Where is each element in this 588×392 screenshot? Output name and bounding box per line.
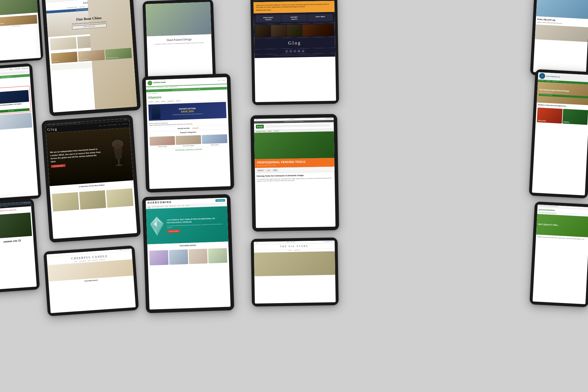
screen-glug-dark-top: DOM, PUTNEY "BRILLIANTLY EFFICIENT SERVI… <box>253 0 336 102</box>
cooks-tractor-item-1[interactable]: TRACTORS <box>537 108 563 124</box>
nuffield-partial-fav[interactable]: Favourites <box>15 68 20 70</box>
nuffield-tab-supplements[interactable]: Supplements <box>167 100 174 102</box>
screen-grass-seed: We only combine to stock unique and perf… <box>532 205 588 304</box>
screen-glug-wine-full: FREE UK DELIVERY* on all deliveries over… <box>45 119 137 239</box>
figstore-nav-contact[interactable]: CONTACT US <box>294 250 300 251</box>
nuffield-nav-vitamins[interactable]: Vitamins <box>165 87 169 88</box>
overcome-find-out-btn[interactable]: FIND OUT MORE <box>167 230 180 233</box>
hand-painted-hero <box>146 2 211 36</box>
content-abbott: FREE UK POSTAGE ON ORDERS OVER £50 Abbot… <box>45 0 137 112</box>
overcome-nav-help[interactable]: HELP FOR MENTAL HEALTH <box>152 206 163 208</box>
overcome-nav-reading[interactable]: READING WELL <box>170 206 176 207</box>
overcome-nav-blog[interactable]: BLOG <box>182 205 184 207</box>
nuffield-nav-fitness[interactable]: Fitness Equipment <box>156 87 164 89</box>
nuffield-logo-group: 🌿 Nuffield Health <box>148 80 166 86</box>
overcome-subscribe-btn[interactable]: SUBSCRIBE <box>215 199 225 202</box>
overcome-nav-apps[interactable]: APPS <box>178 206 180 207</box>
glug-menu-about[interactable]: ABOUT US & EVENTS <box>108 124 117 126</box>
nuffield-cat-womens[interactable]: Women's Health <box>149 136 175 148</box>
content-overcoming: OVERCOMING SUBSCRIBE HOME HELP FOR MENTA… <box>146 198 231 309</box>
nuffield-cat-bone[interactable]: Bone & Joint Support <box>176 135 201 147</box>
figstore-signin[interactable]: Sign in <box>255 242 258 243</box>
glug-product-1 <box>52 192 79 211</box>
candle-account[interactable]: MY ACCOUNT <box>124 249 130 251</box>
nuffield-partial-basket[interactable]: 🛒 <box>27 71 29 73</box>
nuffield-nav-covid[interactable]: COVID-19 Support <box>148 87 155 89</box>
candle-nav-shop[interactable]: SHOP CANDLES <box>79 261 86 262</box>
glug-cat-gelato[interactable]: HACKNEYGELATO <box>281 14 307 22</box>
candle-nav-trade[interactable]: TRADE <box>88 260 91 262</box>
glug-photo-3 <box>287 25 302 37</box>
nuffield-header-basket[interactable]: Basket <box>223 80 225 81</box>
kuk-nav-tools[interactable]: FENCER'S TOOLS <box>256 131 266 132</box>
figstore-register[interactable]: Register - My Account <box>286 242 295 243</box>
overcome-nav-books[interactable]: BOOKS <box>165 206 168 207</box>
glug-youtube-icon[interactable]: y <box>302 49 305 52</box>
overcome-book-2 <box>169 249 188 265</box>
abbott-menu-textiles[interactable]: TEXTILES <box>79 6 85 8</box>
nuffield-partial-account[interactable]: My Account <box>22 67 28 69</box>
fencers-nav-contact[interactable]: CONTACT <box>4 206 8 208</box>
abbott-inspired-3[interactable]: New Garden Designs <box>105 48 132 60</box>
kuk-myaccount[interactable]: My Account <box>290 119 294 120</box>
overcome-nav-contact[interactable]: CONTACT <box>186 205 190 206</box>
nuffield-partial-filter-label: Sort by: Default view <box>0 78 29 82</box>
candle-nav-story[interactable]: OUR STORY <box>92 260 98 261</box>
nuffield-nav-weight[interactable]: Weight Management <box>170 86 178 88</box>
content-nuffield-vitamins: 🌿 Nuffield Health Sign In Basket COVID-1… <box>146 77 231 189</box>
glug-facebook-icon[interactable]: f <box>285 50 288 53</box>
abbott-menu-china[interactable]: FINE BONE CHINA <box>67 6 77 9</box>
svg-point-2 <box>116 164 123 166</box>
nuffield-cat-sleep-label: Sleep & Stress <box>202 144 227 146</box>
kuk-desc: Fencing Tools for Contractor & Domestic … <box>255 172 335 184</box>
nuffield-tab-shopall[interactable]: Shop All <box>176 100 181 101</box>
cooks-nav-equip[interactable]: EQUIPMENT <box>545 81 551 82</box>
glug-pinterest-icon[interactable]: p <box>298 50 300 53</box>
kuk-nav-about[interactable]: ABOUT <box>268 130 272 132</box>
glug-wine-glass-decoration <box>110 139 127 170</box>
glug-instagram-icon[interactable]: i <box>293 50 296 53</box>
cooks-nav-machinery[interactable]: MACHINERY <box>539 80 544 82</box>
glug-twitter-icon[interactable]: t <box>289 50 292 53</box>
nuffield-tab-minerals[interactable]: Minerals <box>161 100 166 102</box>
glug-cat-beer[interactable]: CRAFT BEER <box>308 14 333 22</box>
content-kuk-fencing: Sign In My Account Basket (0) £0.00 DELI… <box>254 118 335 228</box>
fencers-basket[interactable]: Basket (0) £0.00 <box>23 202 30 204</box>
candle-signin[interactable]: SIGN IN <box>120 250 123 251</box>
abbott-inspired-2[interactable]: New Collections <box>78 50 105 62</box>
figstore-nav-shop[interactable]: SHOP <box>289 250 291 251</box>
overcome-book-1 <box>149 250 168 266</box>
overcome-books-row <box>147 247 229 267</box>
glug-explore-btn[interactable]: EXPLORE WINES <box>51 164 66 168</box>
candle-nav-contact[interactable]: CONTACT US <box>99 259 105 261</box>
kuk-search-bar[interactable] <box>265 124 330 128</box>
nuffield-tab-condition[interactable]: Condition <box>148 101 153 103</box>
kuk-basket[interactable]: Basket (0) £0.00 <box>325 118 332 119</box>
overcome-nav-home[interactable]: HOME <box>148 206 150 208</box>
screen-nuffield-partial: Sign In Favourites My Account 🌿 🛒 S & Re… <box>0 66 38 198</box>
nuffield-brand-nutri: nutrigold <box>192 127 198 129</box>
figstore-basket[interactable]: Shopping Basket - £0.00 <box>323 241 333 242</box>
glug-sign-in[interactable]: SIGN IN <box>124 119 127 121</box>
nuffield-cat-sleep[interactable]: Sleep & Stress <box>202 134 227 146</box>
kuk-signin[interactable]: Sign In <box>256 119 258 121</box>
glug-photo-1 <box>255 25 270 37</box>
nuffield-header-signin[interactable]: Sign In <box>218 80 220 81</box>
glug-menu-shop[interactable]: SHOP <box>103 125 106 126</box>
nuffield-tab-vitamins[interactable]: Vitamins <box>155 101 159 102</box>
cooks-hero: The Kubota Agricultural Range A new stan… <box>537 82 588 105</box>
glug-menu-faq[interactable]: FAQ <box>118 124 120 125</box>
cooks-tractor-item-2[interactable]: GROUN... <box>562 109 588 125</box>
nuffield-partial-signin[interactable]: Sign In <box>9 68 13 70</box>
device-abbott: FREE UK POSTAGE ON ORDERS OVER £50 Abbot… <box>41 0 141 116</box>
screen-nuffield-vitamins: 🌿 Nuffield Health Sign In Basket COVID-1… <box>146 77 231 189</box>
glug-cat-tickets[interactable]: BOOK EVENTTICKETS <box>255 15 281 23</box>
glug-menu-contact[interactable]: CONTACT US <box>122 124 128 125</box>
fencers-nav-about[interactable]: ABOUT <box>0 206 2 208</box>
glug-menu-home[interactable]: HOME <box>99 125 102 127</box>
cooks-nav-ground[interactable]: GROUND CARE <box>552 81 559 82</box>
kuk-nav-contact[interactable]: CONTACT <box>274 130 279 132</box>
kuk-logo: K.U.K <box>256 125 264 129</box>
candle-nav-home[interactable]: HOME <box>74 261 77 263</box>
abbott-inspired-1[interactable]: Be Inspired <box>51 51 78 64</box>
